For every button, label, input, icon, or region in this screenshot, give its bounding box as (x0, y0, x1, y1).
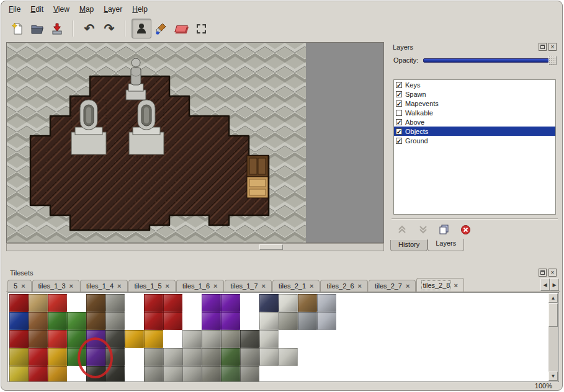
tileset-tile[interactable] (240, 348, 259, 366)
tileset-tile[interactable] (9, 294, 29, 312)
tab-close-icon[interactable]: × (21, 283, 25, 289)
tileset-tile[interactable] (202, 348, 221, 366)
tileset-tile[interactable] (202, 330, 221, 348)
tileset-tile[interactable] (163, 312, 182, 330)
tileset-tile[interactable] (86, 348, 105, 366)
tileset-tab-tiles_1_7[interactable]: tiles_1_7× (225, 280, 272, 292)
tileset-tile[interactable] (163, 366, 182, 382)
tileset-tile[interactable] (317, 294, 336, 312)
tab-close-icon[interactable]: × (69, 283, 73, 289)
tab-close-icon[interactable]: × (358, 283, 362, 289)
close-panel-icon[interactable]: × (548, 269, 557, 277)
duplicate-layer-button[interactable] (436, 222, 452, 237)
layer-row-walkable[interactable]: Walkable (394, 108, 555, 117)
tileset-tile[interactable] (221, 294, 240, 312)
tileset-tab-5[interactable]: 5× (7, 280, 32, 292)
tileset-tile[interactable] (317, 312, 336, 330)
stamp-tool-button[interactable] (132, 19, 151, 38)
tileset-tile[interactable] (29, 312, 48, 330)
tileset-tile[interactable] (29, 366, 48, 382)
tileset-tile[interactable] (240, 330, 259, 348)
menu-map[interactable]: Map (74, 4, 99, 15)
tileset-tile[interactable] (259, 348, 279, 366)
tileset-tile[interactable] (163, 348, 182, 366)
redo-button[interactable]: ↷ (99, 19, 119, 38)
tileset-tile[interactable] (105, 312, 125, 330)
tileset-tab-tiles_1_5[interactable]: tiles_1_5× (128, 280, 176, 292)
tileset-tile[interactable] (240, 366, 259, 382)
layer-row-above[interactable]: ✓Above (394, 117, 555, 127)
tileset-tile[interactable] (221, 366, 240, 382)
paint-tool-button[interactable] (151, 19, 171, 38)
layer-row-keys[interactable]: ✓Keys (394, 80, 555, 89)
tileset-tile[interactable] (105, 348, 125, 366)
delete-layer-button[interactable] (457, 222, 473, 237)
layer-visibility-checkbox[interactable]: ✓ (396, 138, 402, 144)
scrollbar-thumb[interactable] (548, 303, 558, 327)
save-button[interactable] (47, 19, 67, 38)
layer-row-objects[interactable]: ✓Objects (394, 127, 555, 136)
scroll-up-icon[interactable]: ▲ (548, 293, 558, 303)
raise-layer-button[interactable] (394, 222, 410, 237)
tileset-tile[interactable] (48, 348, 67, 366)
tileset-tile[interactable] (298, 294, 317, 312)
tileset-tile[interactable] (105, 294, 125, 312)
menu-edit[interactable]: Edit (25, 4, 48, 15)
tileset-tile[interactable] (144, 330, 163, 348)
tileset-tile[interactable] (86, 330, 105, 348)
tileset-tile[interactable] (105, 366, 125, 382)
tileset-tile[interactable] (144, 366, 163, 382)
tileset-tile[interactable] (9, 348, 29, 366)
tileset-tile[interactable] (144, 348, 163, 366)
tileset-tile[interactable] (48, 330, 67, 348)
tileset-tile[interactable] (29, 294, 48, 312)
tileset-tile[interactable] (86, 366, 105, 382)
tileset-tab-tiles_2_8[interactable]: tiles_2_8× (416, 278, 463, 292)
layer-visibility-checkbox[interactable]: ✓ (396, 91, 402, 97)
tileset-tile[interactable] (105, 330, 125, 348)
tileset-tile[interactable] (182, 366, 202, 382)
tileset-tile[interactable] (202, 366, 221, 382)
map-viewport[interactable] (6, 42, 384, 243)
close-panel-icon[interactable]: × (548, 43, 557, 51)
tileset-tile[interactable] (279, 312, 298, 330)
tab-layers[interactable]: Layers (427, 239, 464, 251)
tileset-tile[interactable] (221, 312, 240, 330)
float-panel-icon[interactable] (539, 269, 547, 277)
tileset-tile[interactable] (221, 348, 240, 366)
menu-help[interactable]: Help (127, 4, 153, 15)
tileset-tile[interactable] (144, 294, 163, 312)
tileset-tile[interactable] (298, 312, 317, 330)
tab-scroll-right-icon[interactable]: ▶ (550, 278, 559, 291)
new-file-button[interactable] (7, 19, 27, 38)
lower-layer-button[interactable] (415, 222, 431, 237)
tileset-vertical-scrollbar[interactable]: ▲ ▼ (548, 293, 558, 381)
map-canvas[interactable] (7, 43, 306, 243)
tileset-tile[interactable] (202, 312, 221, 330)
opacity-slider[interactable] (423, 55, 557, 65)
tileset-tile[interactable] (259, 294, 279, 312)
layer-visibility-checkbox[interactable]: ✓ (396, 82, 402, 88)
tileset-tile[interactable] (144, 312, 163, 330)
tab-close-icon[interactable]: × (406, 283, 410, 289)
tileset-tile[interactable] (163, 294, 182, 312)
scroll-down-icon[interactable]: ▼ (548, 372, 558, 381)
tileset-tile[interactable] (279, 294, 298, 312)
tileset-tile[interactable] (48, 312, 67, 330)
tileset-tile[interactable] (9, 312, 29, 330)
tileset-tile[interactable] (29, 330, 48, 348)
menu-layer[interactable]: Layer (99, 4, 127, 15)
tileset-tile[interactable] (9, 366, 29, 382)
eraser-tool-button[interactable] (171, 19, 191, 38)
tab-close-icon[interactable]: × (166, 283, 169, 289)
tileset-tab-tiles_2_1[interactable]: tiles_2_1× (272, 280, 320, 292)
tileset-tile[interactable] (9, 330, 29, 348)
tab-close-icon[interactable]: × (454, 282, 457, 288)
tileset-tile[interactable] (29, 348, 48, 366)
layer-row-mapevents[interactable]: ✓Mapevents (394, 99, 555, 108)
tab-close-icon[interactable]: × (262, 283, 266, 289)
layer-row-ground[interactable]: ✓Ground (394, 136, 555, 145)
layer-row-spawn[interactable]: ✓Spawn (394, 89, 555, 99)
tileset-tile[interactable] (67, 348, 86, 366)
tileset-tile[interactable] (86, 312, 105, 330)
